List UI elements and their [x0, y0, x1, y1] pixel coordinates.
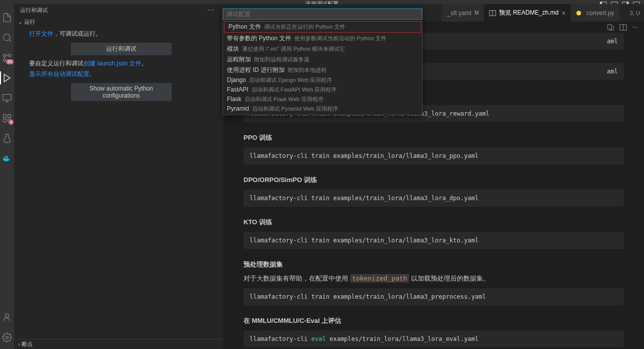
code-block: llamafactory-cli eval examples/train_lor…: [244, 330, 624, 347]
code-block: llamafactory-cli train examples/train_lo…: [244, 190, 624, 207]
remote-icon[interactable]: [2, 93, 13, 104]
svg-point-26: [6, 314, 9, 317]
source-control-icon[interactable]: 22: [2, 52, 13, 63]
heading-dpo: DPO/ORPO/SimPO 训练: [244, 176, 624, 185]
heading-preprocess: 预处理数据集: [244, 260, 624, 269]
activity-bar: 22 3: [0, 4, 14, 349]
docker-icon[interactable]: [2, 153, 13, 164]
svg-rect-13: [3, 95, 12, 101]
code-block: llamafactory-cli train examples/train_lo…: [244, 288, 624, 305]
quickpick-input[interactable]: [223, 9, 422, 20]
testing-icon[interactable]: [2, 133, 13, 144]
run-debug-button[interactable]: 运行和调试: [71, 43, 172, 55]
custom-line: 要自定义运行和调试创建 launch.json 文件。: [29, 58, 213, 69]
settings-icon[interactable]: [2, 332, 13, 343]
modified-indicator: M: [474, 10, 478, 16]
quickpick-item-module[interactable]: 模块通过使用 \"-m\" 调用 Python 模块来调试它: [223, 44, 422, 54]
quickpick-list: Python 文件调试当前正在运行的 Python 文件 带有参数的 Pytho…: [223, 20, 422, 115]
heading-eval: 在 MMLU/CMMLU/C-Eval 上评估: [244, 316, 624, 325]
quickpick-item-pid-attach[interactable]: 使用进程 ID 进行附加附加到本地进程: [223, 65, 422, 75]
extensions-icon[interactable]: 3: [2, 113, 13, 124]
run-section-label: 运行: [24, 18, 35, 26]
preview-icon: [489, 10, 496, 17]
python-icon: ⬢: [576, 10, 583, 17]
quickpick-item-remote-attach[interactable]: 远程附加附加到远程调试服务器: [223, 54, 422, 65]
tab-readme-preview[interactable]: 预览 README_zh.md ×: [484, 4, 571, 22]
create-launch-link[interactable]: 创建 launch.json 文件: [84, 60, 141, 67]
svg-point-7: [4, 34, 10, 41]
quickpick-item-django[interactable]: Django启动和调试 Django Web 应用程序: [223, 75, 422, 85]
open-file-link[interactable]: 打开文件: [29, 30, 53, 37]
svg-point-10: [4, 59, 6, 62]
breakpoints-label: 断点: [22, 340, 33, 348]
ext-badge: 3: [9, 120, 14, 125]
show-python-configs-button[interactable]: Show automatic Python configurations: [71, 83, 172, 101]
svg-rect-18: [4, 119, 7, 122]
heading-ppo: PPO 训练: [244, 133, 624, 142]
svg-rect-30: [608, 24, 612, 29]
code-block: llamafactory-cli train examples/train_lo…: [244, 232, 624, 249]
svg-rect-22: [5, 157, 6, 159]
svg-point-27: [6, 336, 9, 339]
quickpick-item-python-file[interactable]: Python 文件调试当前正在运行的 Python 文件: [224, 21, 421, 33]
tab-label: convert.py: [586, 10, 614, 17]
line-col-indicator: 3, U: [630, 10, 644, 16]
more-actions-icon[interactable]: ⋯: [632, 24, 638, 31]
go-to-file-icon[interactable]: [607, 24, 614, 31]
tab-label: _sft.yaml: [447, 10, 471, 17]
scm-badge: 22: [6, 59, 14, 64]
tab-sft-yaml[interactable]: _sft.yaml M: [442, 4, 484, 22]
sidebar: 运行和调试 ⋯ ⌄ 运行 打开文件，可调试或运行。 运行和调试 要自定义运行和调…: [14, 4, 223, 349]
quickpick-item-flask[interactable]: Flask启动和调试 Flask Web 应用程序: [223, 95, 422, 104]
quickpick-panel: Python 文件调试当前正在运行的 Python 文件 带有参数的 Pytho…: [222, 8, 423, 115]
quickpick-item-fastapi[interactable]: FastAPI启动和调试 FastAPI Web 应用程序: [223, 85, 422, 95]
split-editor-icon[interactable]: [619, 24, 627, 31]
show-all-configs-link[interactable]: 显示所有自动调试配置: [29, 70, 90, 77]
sidebar-more-icon[interactable]: ⋯: [204, 6, 217, 14]
close-icon[interactable]: ×: [561, 9, 566, 17]
svg-rect-23: [7, 157, 8, 159]
sidebar-title: 运行和调试: [20, 7, 48, 14]
heading-kto: KTO 训练: [244, 218, 624, 227]
preprocess-desc: 对于大数据集有帮助，在配置中使用 tokenized_path 以加载预处理后的…: [244, 274, 624, 283]
account-icon[interactable]: [2, 312, 13, 323]
svg-rect-24: [5, 156, 6, 157]
run-debug-icon[interactable]: [2, 72, 13, 83]
chevron-right-icon: ›: [18, 341, 20, 347]
svg-rect-17: [8, 115, 11, 118]
breakpoints-section[interactable]: › 断点: [14, 339, 223, 349]
show-all-line: 显示所有自动调试配置.: [29, 69, 213, 80]
tab-label: README_zh.md: [513, 9, 559, 16]
tab-convert-py[interactable]: ⬢ convert.py: [571, 4, 619, 22]
explorer-icon[interactable]: [2, 12, 13, 23]
quickpick-item-python-args[interactable]: 带有参数的 Python 文件使用参数调试当前活动的 Python 文件: [223, 33, 422, 44]
search-icon[interactable]: [2, 32, 13, 43]
svg-point-9: [9, 54, 11, 57]
svg-line-8: [9, 40, 11, 42]
svg-rect-25: [7, 156, 8, 157]
inline-code: tokenized_path: [350, 274, 410, 283]
run-section-header[interactable]: ⌄ 运行: [18, 17, 219, 27]
svg-rect-16: [4, 115, 7, 118]
code-block: llamafactory-cli train examples/train_lo…: [244, 147, 624, 164]
svg-rect-21: [4, 157, 5, 159]
open-file-line: 打开文件，可调试或运行。: [29, 29, 213, 40]
chevron-down-icon: ⌄: [18, 19, 22, 25]
svg-marker-12: [4, 74, 10, 82]
quickpick-item-pyramid[interactable]: Pyramid启动和调试 Pyramid Web 应用程序: [223, 104, 422, 114]
